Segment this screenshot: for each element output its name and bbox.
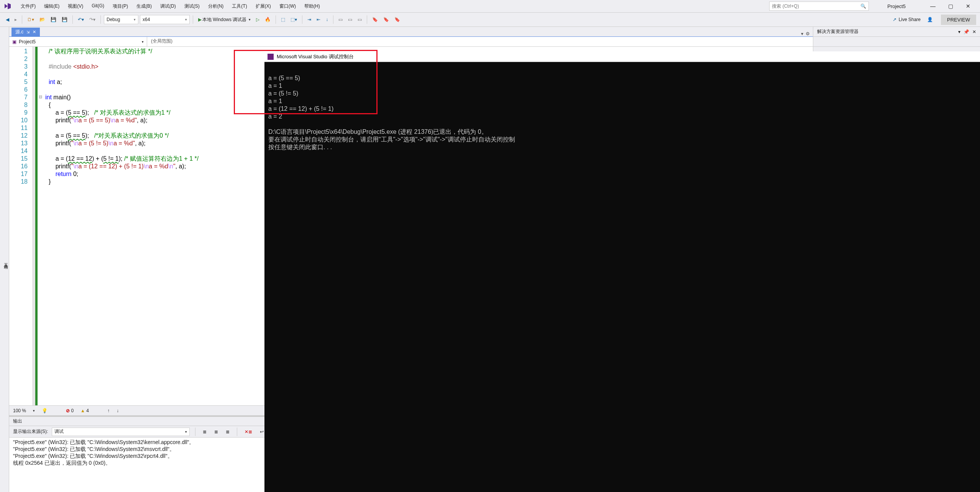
open-button[interactable]: 📂: [38, 16, 47, 23]
title-bar: 文件(F)编辑(E)视图(V)Git(G)项目(P)生成(B)调试(D)测试(S…: [0, 0, 980, 12]
panel-close-icon[interactable]: ✕: [972, 29, 976, 35]
scope-global-dropdown[interactable]: (全局范围): [147, 37, 813, 46]
toolbox-button-2[interactable]: ⬚▾: [289, 16, 299, 23]
out-btn-1[interactable]: ≣: [201, 428, 208, 436]
project-icon: ▣: [12, 39, 16, 44]
output-source-dropdown[interactable]: 调试: [52, 428, 190, 436]
bookmark-button-2[interactable]: 🔖: [381, 16, 391, 23]
menu-item[interactable]: 生成(B): [133, 2, 156, 11]
menu-item[interactable]: 项目(P): [109, 2, 132, 11]
menu-item[interactable]: 窗口(W): [276, 2, 300, 11]
zoom-level[interactable]: 100 %: [13, 408, 26, 413]
out-btn-3[interactable]: ≣: [224, 428, 231, 436]
navigation-bar: ▣ Project5 ▾ (全局范围): [9, 37, 813, 47]
tab-source-c[interactable]: 源.c ⇲ ✕: [11, 28, 40, 36]
menu-item[interactable]: 测试(S): [181, 2, 204, 11]
panel-dropdown-icon[interactable]: ▾: [958, 29, 960, 35]
menu-item[interactable]: 分析(N): [204, 2, 228, 11]
menu-item[interactable]: 视图(V): [64, 2, 87, 11]
out-clear-button[interactable]: ✕≣: [243, 428, 254, 436]
nav-back-button[interactable]: ◀: [4, 16, 11, 23]
toolbox-button-1[interactable]: ⬚: [279, 16, 287, 23]
bookmark-button-3[interactable]: 🔖: [392, 16, 402, 23]
solution-explorer-toolbar: [813, 37, 980, 47]
vs-logo-icon: [3, 2, 12, 11]
debug-console-window[interactable]: Microsoft Visual Studio 调试控制台 a = (5 == …: [264, 51, 980, 492]
step-button-3[interactable]: ↓: [324, 16, 330, 23]
menu-item[interactable]: 工具(T): [228, 2, 251, 11]
document-tabs: 源.c ⇲ ✕ ▾ ⚙: [9, 27, 813, 37]
play-icon: ▶: [198, 17, 202, 22]
account-button[interactable]: 👤: [925, 16, 935, 23]
nav-up-icon[interactable]: ↑: [107, 408, 110, 413]
main-toolbar: ◀ ▸ 🗋▾ 📂 💾 💾 ↶▾ ↷▾ Debug x64 ▶ 本地 Window…: [0, 12, 980, 27]
error-indicator[interactable]: ⊘ 0: [66, 408, 74, 413]
pin-icon[interactable]: ⇲: [26, 30, 30, 34]
search-input[interactable]: [772, 3, 860, 9]
main-menu: 文件(F)编辑(E)视图(V)Git(G)项目(P)生成(B)调试(D)测试(S…: [17, 2, 324, 11]
hot-reload-button[interactable]: 🔥: [263, 16, 272, 23]
marker-column: [32, 47, 35, 405]
start-nodebug-button[interactable]: ▷: [254, 16, 261, 23]
out-btn-2[interactable]: ≣: [212, 428, 220, 436]
step-button-1[interactable]: ⇥: [305, 16, 313, 23]
nav-fwd-button[interactable]: ▸: [13, 16, 19, 23]
close-tab-icon[interactable]: ✕: [33, 30, 36, 35]
panel-pin-icon[interactable]: 📌: [964, 29, 969, 35]
menu-item[interactable]: 文件(F): [17, 2, 39, 11]
console-titlebar: Microsoft Visual Studio 调试控制台: [264, 51, 980, 62]
window-controls: — ▢ ✕: [924, 0, 977, 12]
save-all-button[interactable]: 💾: [60, 16, 69, 23]
start-debug-button[interactable]: ▶ 本地 Windows 调试器 ▾: [196, 15, 253, 24]
output-source-label: 显示输出来源(S):: [13, 428, 48, 435]
scope-project-dropdown[interactable]: ▣ Project5 ▾: [9, 37, 147, 46]
search-icon: 🔍: [860, 3, 866, 9]
platform-dropdown[interactable]: x64: [140, 15, 190, 24]
solution-explorer-title: 解决方案资源管理器 ▾ 📌 ✕: [813, 27, 980, 37]
tab-gear-icon[interactable]: ⚙: [806, 31, 810, 36]
config-dropdown[interactable]: Debug: [104, 15, 138, 24]
menu-item[interactable]: 帮助(H): [300, 2, 324, 11]
misc-button-2[interactable]: ▭: [346, 16, 354, 23]
nav-down-icon[interactable]: ↓: [117, 408, 119, 413]
fold-column[interactable]: ⊟: [38, 47, 43, 405]
undo-button[interactable]: ↶▾: [76, 16, 86, 23]
solution-name: Project5: [872, 3, 921, 9]
close-button[interactable]: ✕: [959, 0, 977, 12]
tab-dropdown-icon[interactable]: ▾: [801, 31, 803, 36]
redo-button[interactable]: ↷▾: [87, 16, 97, 23]
bookmark-button-1[interactable]: 🔖: [370, 16, 380, 23]
lightbulb-icon[interactable]: 💡: [42, 408, 48, 413]
console-body: a = (5 == 5) a = 1 a = (5 != 5) a = 1 a …: [264, 62, 980, 156]
menu-item[interactable]: Git(G): [88, 2, 108, 11]
maximize-button[interactable]: ▢: [942, 0, 959, 12]
minimize-button[interactable]: —: [924, 0, 942, 12]
menu-item[interactable]: 扩展(X): [252, 2, 275, 11]
left-toolbox-tab[interactable]: 工具箱: [0, 27, 9, 492]
console-icon: [268, 54, 274, 60]
new-item-button[interactable]: 🗋▾: [25, 16, 36, 23]
warning-indicator[interactable]: ▲ 4: [80, 408, 89, 413]
misc-button-3[interactable]: ▭: [356, 16, 364, 23]
live-share-icon: ↗: [893, 17, 896, 22]
menu-item[interactable]: 调试(D): [156, 2, 180, 11]
step-button-2[interactable]: ⇤: [315, 16, 322, 23]
preview-button[interactable]: PREVIEW: [941, 15, 976, 25]
live-share-button[interactable]: ↗ Live Share: [890, 16, 924, 23]
save-button[interactable]: 💾: [49, 16, 58, 23]
misc-button-1[interactable]: ▭: [337, 16, 345, 23]
menu-item[interactable]: 编辑(E): [40, 2, 63, 11]
quick-search[interactable]: 🔍: [769, 2, 869, 11]
line-numbers: 123456789101112131415161718: [9, 47, 32, 405]
